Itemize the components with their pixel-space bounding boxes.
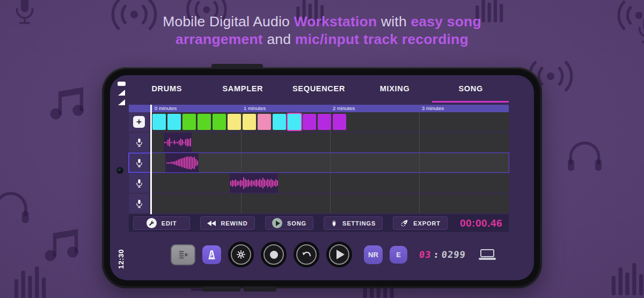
- add-track-button[interactable]: +: [133, 116, 145, 128]
- ruler-marker: 1 minutes: [244, 105, 266, 111]
- microphone-icon: [631, 13, 644, 46]
- microphone-icon: [135, 137, 144, 148]
- tab-sequencer[interactable]: SEQUENCER: [281, 84, 357, 93]
- mic-track-row: [129, 173, 509, 193]
- playhead[interactable]: [150, 105, 152, 214]
- phone-volume-button: [202, 287, 240, 292]
- mic-track-header[interactable]: [129, 133, 149, 152]
- song-toolbar: EDIT REWIND SONG SETTINGS EXPORT: [129, 214, 509, 232]
- mic-track-header[interactable]: [129, 194, 149, 213]
- music-note-icon: [42, 221, 85, 264]
- song-block[interactable]: [258, 114, 271, 130]
- ruler-marker: 0 minutes: [155, 105, 177, 111]
- tab-sampler[interactable]: SAMPLER: [205, 84, 281, 93]
- counter-value: 0299: [441, 249, 466, 260]
- microphone-icon: [9, 0, 41, 27]
- undo-button[interactable]: [296, 244, 317, 265]
- song-block[interactable]: [243, 114, 256, 130]
- rewind-button[interactable]: REWIND: [200, 216, 255, 230]
- song-block[interactable]: [213, 114, 226, 130]
- queue-icon: [177, 249, 189, 261]
- tab-song[interactable]: SONG: [433, 84, 509, 93]
- counter-bank: 03: [419, 249, 431, 260]
- song-block[interactable]: [333, 114, 346, 130]
- song-blocks: [152, 114, 346, 130]
- active-tab-underline: [432, 101, 509, 103]
- song-block-selected[interactable]: [288, 114, 301, 130]
- song-block[interactable]: [197, 114, 211, 130]
- rocket-icon: [400, 219, 408, 228]
- export-button[interactable]: EXPORT: [393, 216, 448, 230]
- phone-screen: 12:30 DRUMS SAMPLER SEQUENCER MIXING SON…: [110, 75, 534, 280]
- battery-icon: [118, 82, 126, 86]
- song-block[interactable]: [303, 114, 316, 130]
- front-camera: [116, 167, 123, 174]
- mic-track-row: [129, 133, 509, 152]
- tab-bar: DRUMS SAMPLER SEQUENCER MIXING SONG: [129, 75, 509, 102]
- tab-mixing[interactable]: MIXING: [357, 84, 433, 93]
- undo-icon: [301, 249, 312, 260]
- wifi-icon: [118, 90, 125, 96]
- music-note-icon: [47, 79, 90, 122]
- song-block[interactable]: [273, 114, 286, 130]
- gear-icon: [236, 249, 246, 260]
- equalizer-icon: [609, 259, 644, 298]
- ruler-marker: 2 minutes: [333, 105, 355, 111]
- play-button[interactable]: [329, 244, 349, 265]
- song-block[interactable]: [152, 114, 166, 130]
- desktop-mode-button[interactable]: [479, 249, 496, 260]
- minute-gridline: [419, 112, 420, 213]
- status-bar: [118, 82, 126, 105]
- noise-reduction-button[interactable]: NR: [364, 245, 383, 264]
- metronome-button[interactable]: [202, 245, 221, 264]
- track-area: +: [129, 112, 509, 213]
- microphone-icon: [135, 178, 144, 189]
- add-track-cell: +: [129, 112, 149, 132]
- audio-clip-selected[interactable]: [165, 153, 199, 172]
- play-icon: [336, 250, 345, 259]
- phone-mockup: 12:30 DRUMS SAMPLER SEQUENCER MIXING SON…: [102, 67, 542, 288]
- song-block[interactable]: [167, 114, 181, 130]
- ruler-marker: 3 minutes: [422, 105, 444, 111]
- headphones-icon: [565, 135, 605, 176]
- phone-volume-button: [244, 287, 276, 292]
- broadcast-icon: [616, 0, 644, 38]
- page-headline: Mobile Digital Audio Workstation with ea…: [121, 13, 523, 48]
- record-button[interactable]: [264, 244, 284, 265]
- song-block[interactable]: [318, 114, 331, 130]
- play-circle-icon: [272, 218, 282, 228]
- edit-button[interactable]: EDIT: [133, 216, 190, 230]
- metronome-icon: [206, 249, 217, 260]
- mic-track-header[interactable]: [129, 173, 149, 193]
- settings-gear-button[interactable]: [231, 244, 251, 265]
- mic-track-header[interactable]: [129, 153, 149, 172]
- status-clock: 12:30: [117, 247, 125, 272]
- transport-bar: NR E 03 : 0299: [171, 241, 509, 268]
- arrangement-lane[interactable]: [152, 112, 509, 132]
- microphone-icon: [135, 198, 144, 209]
- song-timer: 00:00.46: [460, 217, 502, 229]
- audio-clip[interactable]: [164, 133, 192, 152]
- pattern-counter: 03 : 0299: [419, 249, 466, 260]
- tab-drums[interactable]: DRUMS: [129, 84, 205, 93]
- timeline-ruler[interactable]: 0 minutes 1 minutes 2 minutes 3 minutes: [129, 105, 509, 112]
- song-play-button[interactable]: SONG: [265, 216, 313, 230]
- audio-clip[interactable]: [230, 173, 278, 193]
- song-block[interactable]: [182, 114, 196, 130]
- signal-icon: [118, 99, 125, 105]
- arrangement-row: +: [129, 112, 509, 132]
- laptop-icon: [480, 249, 494, 257]
- counter-separator: :: [433, 249, 440, 260]
- plug-icon: [331, 219, 338, 228]
- tracklist-button[interactable]: [171, 244, 195, 265]
- wrench-icon: [147, 218, 157, 228]
- mic-track-row-selected: [129, 153, 509, 172]
- equalizer-icon: [12, 262, 55, 298]
- song-block[interactable]: [228, 114, 241, 130]
- daw-app: DRUMS SAMPLER SEQUENCER MIXING SONG 0 mi…: [129, 75, 509, 280]
- rewind-icon: [207, 221, 216, 226]
- mic-track-row: [129, 194, 509, 213]
- effects-button[interactable]: E: [390, 246, 407, 264]
- microphone-icon: [135, 157, 144, 169]
- settings-button[interactable]: SETTINGS: [324, 216, 383, 230]
